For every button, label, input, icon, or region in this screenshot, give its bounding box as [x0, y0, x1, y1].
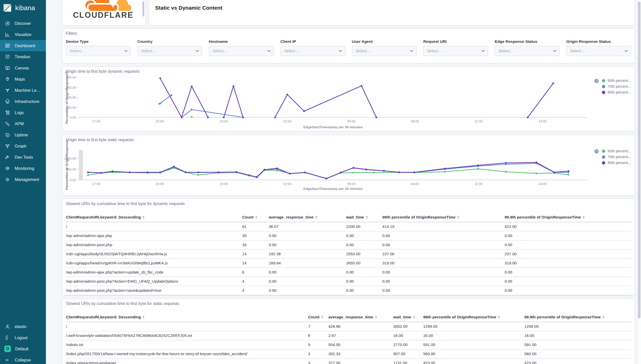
sidebar-item-machine-le[interactable]: Machine Le...	[0, 85, 46, 96]
filter-select-device-type[interactable]: Select...	[66, 46, 131, 56]
sidebar-item-default[interactable]: DDefault	[0, 343, 46, 354]
column-header[interactable]: Count	[308, 313, 328, 322]
sort-arrows-icon	[413, 316, 415, 319]
data-table-dynamic: ClientRequestURI.keyword: DescendingCoun…	[66, 213, 631, 295]
legend-label: 75th percent...	[608, 155, 631, 159]
page-scrollbar-track	[637, 0, 641, 364]
page-scrollbar-thumb[interactable]	[638, 2, 640, 318]
filter-select-user-agent[interactable]: Select...	[352, 46, 417, 56]
column-header[interactable]: 99.9th percentile of OriginResponseTime	[524, 313, 632, 322]
table-title-dynamic: Slowest URIs by cumulative time to first…	[62, 199, 635, 206]
table-cell: 2.67	[328, 331, 393, 340]
table-cell: /.well-known/pki-validation/054075F6A27B…	[66, 331, 308, 340]
sidebar-item-timelion[interactable]: Timelion	[0, 51, 46, 62]
column-header-label: average_response_time	[328, 315, 373, 319]
column-header-label: average_response_time	[269, 215, 314, 220]
column-header[interactable]: 99.9th percentile of OriginResponseTime	[505, 213, 632, 222]
filter-select-country[interactable]: Select...	[137, 46, 202, 56]
legend-item-50th-percent[interactable]: ›50th percent...	[602, 149, 631, 153]
kibana-logo[interactable]: kibana	[0, 0, 46, 12]
dashboard-title: Static vs Dynamic Content	[149, 0, 635, 11]
legend-item-75th-percent[interactable]: 75th percent...	[602, 84, 631, 88]
chevron-down-icon	[124, 49, 128, 52]
filter-select-client-ip[interactable]: Select...	[280, 46, 345, 56]
table-cell: 6	[242, 268, 269, 277]
sidebar-item-canvas[interactable]: Canvas	[0, 62, 46, 74]
legend-color-dot	[602, 155, 605, 159]
filter-group-device-type: Device TypeSelect...	[66, 39, 131, 56]
select-placeholder: Select...	[70, 49, 84, 53]
sidebar-item-graph[interactable]: Graph	[0, 140, 46, 152]
svg-text:0.00: 0.00	[70, 178, 76, 182]
column-header[interactable]: average_response_time	[269, 213, 346, 222]
table-cell: 36.07	[269, 222, 346, 231]
sidebar-item-visualize[interactable]: Visualize	[0, 29, 46, 40]
legend-item-75th-percent[interactable]: 75th percent...	[602, 155, 631, 159]
table-title-static: Slowest URIs by cumulative time to first…	[62, 299, 635, 306]
table-cell: 0.00	[269, 286, 346, 295]
svg-text:EdgeStartTimestamp per 30 minu: EdgeStartTimestamp per 30 minutes	[304, 187, 363, 191]
table-cell: 2655.00	[346, 259, 382, 267]
column-header[interactable]: average_response_time	[328, 313, 393, 322]
sidebar-item-collapse[interactable]: Collapse	[0, 354, 46, 364]
table-row: /cdn-cgi/apps/body/3Lh52SjWTQ4HRlErJykHq…	[66, 250, 631, 259]
sidebar-item-discover[interactable]: Discover	[0, 18, 46, 29]
sidebar-item-label: Graph	[15, 144, 26, 149]
filter-group-origin-response-status: Origin Response StatusSelect...	[566, 39, 631, 56]
column-header[interactable]: 99th percentile of OriginResponseTime	[382, 213, 505, 222]
legend-item-50th-percent[interactable]: ›50th percent...	[602, 79, 631, 83]
legend-label: 95th percent...	[608, 90, 631, 94]
filter-select-origin-response-status[interactable]: Select...	[566, 46, 631, 56]
table-cell: 0.00	[269, 277, 346, 286]
sidebar-item-label: Collapse	[15, 358, 31, 362]
table-cell: 0.00	[346, 241, 382, 249]
sidebar-item-apm[interactable]: APM	[0, 118, 46, 129]
sidebar-item-dev-tools[interactable]: Dev Tools	[0, 152, 46, 163]
legend-item-95th-percent[interactable]: 95th percent...	[602, 161, 631, 165]
chevron-down-icon	[339, 49, 342, 52]
legend-color-dot	[602, 91, 605, 94]
table-cell: /wp-admin/admin-ajax.php?action=update_z…	[66, 268, 242, 277]
filter-label: User Agent	[352, 39, 417, 44]
table-cell: 16.00	[393, 331, 423, 340]
column-header[interactable]: Count	[242, 213, 269, 222]
sidebar-item-uptime[interactable]: Uptime	[0, 129, 46, 140]
filter-select-request-uri[interactable]: Select...	[423, 46, 488, 56]
legend-label: 50th percent...	[608, 149, 631, 153]
compass-icon	[4, 20, 10, 26]
table-cell: /wp-admin/admin-post.php?action=save&upd…	[66, 286, 242, 295]
sidebar-item-management[interactable]: Management	[0, 174, 46, 185]
filter-label: Country	[137, 39, 202, 44]
filter-select-hostname[interactable]: Select...	[209, 46, 274, 56]
column-header[interactable]: 99th percentile of OriginResponseTime	[423, 313, 524, 322]
column-header[interactable]: ClientRequestURI.keyword: Descending	[66, 213, 242, 222]
kibana-logo-text: kibana	[15, 4, 35, 12]
sidebar-item-infrastructure[interactable]: Infrastructure	[0, 96, 46, 107]
column-header[interactable]: ClientRequestURI.keyword: Descending	[66, 313, 308, 322]
legend-item-95th-percent[interactable]: 95th percent...	[602, 90, 631, 94]
cloudflare-logo: CLOUDFLARE ®	[63, 0, 145, 20]
sidebar-item-logout[interactable]: Logout	[0, 332, 46, 343]
sidebar-item-elastic[interactable]: elastic	[0, 321, 46, 332]
sort-arrows-icon	[498, 316, 500, 319]
column-header[interactable]: wait_time	[393, 313, 423, 322]
filter-select-edge-response-status[interactable]: Select...	[495, 46, 560, 56]
sort-arrows-icon	[375, 316, 377, 319]
visualize-icon	[4, 31, 10, 38]
table-cell: 1299.00	[423, 322, 524, 331]
table-cell: 1299.00	[524, 322, 631, 331]
sidebar-item-monitoring[interactable]: Monitoring	[0, 163, 46, 174]
logo-panel-scrollbar-thumb[interactable]	[143, 1, 144, 16]
table-cell: 0.00	[346, 286, 382, 295]
table-cell: 377.00	[328, 359, 393, 364]
sidebar-item-logs[interactable]: Logs	[0, 107, 46, 118]
table-cell: 0.00	[505, 241, 631, 249]
column-header-label: 99th percentile of OriginResponseTime	[382, 215, 455, 220]
table-cell: 422.00	[505, 222, 631, 231]
table-cell: /index.php/2017/05/14/how-i-owned-my-mot…	[66, 350, 308, 358]
column-header[interactable]: wait_time	[346, 213, 382, 222]
cloudflare-reg-mark: ®	[131, 11, 133, 14]
sidebar-item-maps[interactable]: Maps	[0, 74, 46, 85]
sidebar-item-dashboard[interactable]: Dashboard	[0, 40, 46, 51]
chevron-down-icon	[482, 49, 485, 52]
